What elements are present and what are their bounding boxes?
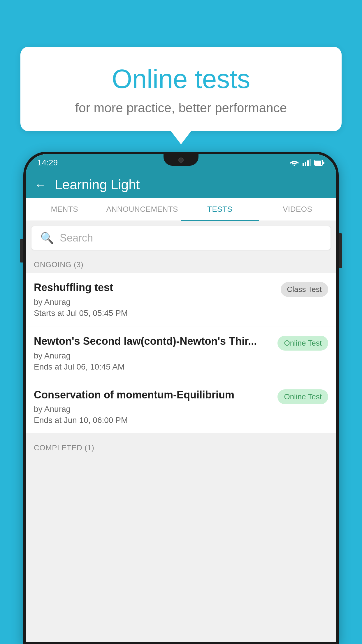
svg-rect-3 bbox=[307, 160, 309, 166]
side-button-right bbox=[339, 233, 342, 268]
test-title: Conservation of momentum-Equilibrium bbox=[34, 388, 272, 402]
svg-rect-2 bbox=[305, 162, 306, 166]
test-author: by Anurag bbox=[34, 298, 275, 307]
test-item[interactable]: Reshuffling test by Anurag Starts at Jul… bbox=[26, 273, 336, 326]
test-info: Reshuffling test by Anurag Starts at Jul… bbox=[34, 281, 275, 318]
svg-rect-7 bbox=[323, 162, 324, 164]
back-button[interactable]: ← bbox=[34, 178, 46, 191]
test-badge: Online Test bbox=[277, 389, 328, 404]
wifi-icon bbox=[290, 159, 299, 166]
svg-rect-4 bbox=[310, 159, 311, 166]
test-badge: Class Test bbox=[281, 282, 328, 297]
status-bar: 14:29 bbox=[26, 154, 336, 172]
search-icon: 🔍 bbox=[40, 232, 54, 244]
test-time: Starts at Jul 05, 05:45 PM bbox=[34, 309, 275, 318]
bubble-title: Online tests bbox=[35, 64, 327, 94]
completed-section-header: COMPLETED (1) bbox=[26, 438, 336, 456]
tab-tests[interactable]: TESTS bbox=[181, 198, 259, 220]
tab-videos[interactable]: VIDEOS bbox=[259, 198, 337, 220]
svg-rect-1 bbox=[303, 163, 304, 166]
test-badge: Online Test bbox=[277, 336, 328, 351]
camera bbox=[178, 158, 184, 163]
speech-bubble: Online tests for more practice, better p… bbox=[20, 47, 342, 131]
app-bar: ← Learning Light bbox=[26, 172, 336, 198]
test-list: Reshuffling test by Anurag Starts at Jul… bbox=[26, 273, 336, 433]
test-author: by Anurag bbox=[34, 405, 272, 414]
test-author: by Anurag bbox=[34, 351, 272, 360]
test-title: Reshuffling test bbox=[34, 281, 275, 295]
svg-point-0 bbox=[294, 165, 295, 166]
search-bar[interactable]: 🔍 Search bbox=[31, 226, 331, 250]
tab-announcements[interactable]: ANNOUNCEMENTS bbox=[103, 198, 181, 220]
signal-icon bbox=[303, 159, 311, 166]
tab-bar: MENTS ANNOUNCEMENTS TESTS VIDEOS bbox=[26, 198, 336, 221]
app-bar-title: Learning Light bbox=[55, 177, 140, 192]
bubble-subtitle: for more practice, better performance bbox=[35, 101, 327, 115]
phone-screen: 14:29 bbox=[26, 154, 336, 642]
test-title: Newton's Second law(contd)-Newton's Thir… bbox=[34, 335, 272, 348]
status-icons bbox=[290, 159, 325, 166]
test-time: Ends at Jul 06, 10:45 AM bbox=[34, 362, 272, 372]
side-button-left bbox=[20, 239, 23, 262]
test-item[interactable]: Conservation of momentum-Equilibrium by … bbox=[26, 380, 336, 434]
test-item[interactable]: Newton's Second law(contd)-Newton's Thir… bbox=[26, 326, 336, 380]
status-time: 14:29 bbox=[37, 158, 58, 167]
phone-frame: 14:29 bbox=[23, 152, 339, 644]
test-info: Conservation of momentum-Equilibrium by … bbox=[34, 388, 272, 425]
test-info: Newton's Second law(contd)-Newton's Thir… bbox=[34, 335, 272, 372]
content-area: 🔍 Search ONGOING (3) Reshuffling test by… bbox=[26, 221, 336, 642]
ongoing-section-header: ONGOING (3) bbox=[26, 255, 336, 273]
tab-ments[interactable]: MENTS bbox=[26, 198, 103, 220]
test-time: Ends at Jun 10, 06:00 PM bbox=[34, 416, 272, 425]
svg-rect-6 bbox=[315, 161, 321, 165]
notch bbox=[164, 154, 198, 166]
battery-icon bbox=[314, 160, 325, 166]
search-placeholder: Search bbox=[60, 232, 93, 244]
